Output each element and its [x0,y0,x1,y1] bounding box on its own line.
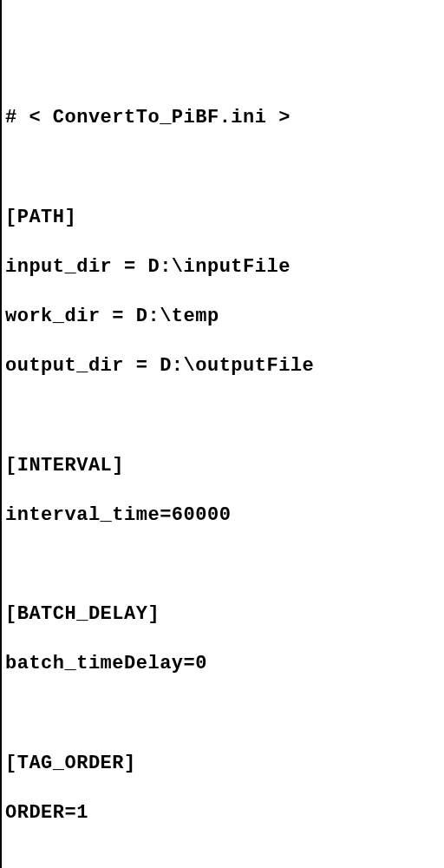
section-batch-delay-title: [BATCH_DELAY] [5,602,441,628]
tag-order-value: ORDER=1 [5,801,441,826]
path-work-dir: work_dir = D:\temp [5,305,441,330]
path-input-dir: input_dir = D:\inputFile [5,255,441,280]
path-output-dir: output_dir = D:\outputFile [5,354,441,379]
section-interval-title: [INTERVAL] [5,454,441,479]
batch-time-delay: batch_timeDelay=0 [5,652,441,677]
section-tag-order-title: [TAG_ORDER] [5,752,441,777]
section-path-title: [PATH] [5,206,441,231]
file-header: # < ConvertTo_PiBF.ini > [5,106,441,131]
interval-time: interval_time=60000 [5,503,441,529]
